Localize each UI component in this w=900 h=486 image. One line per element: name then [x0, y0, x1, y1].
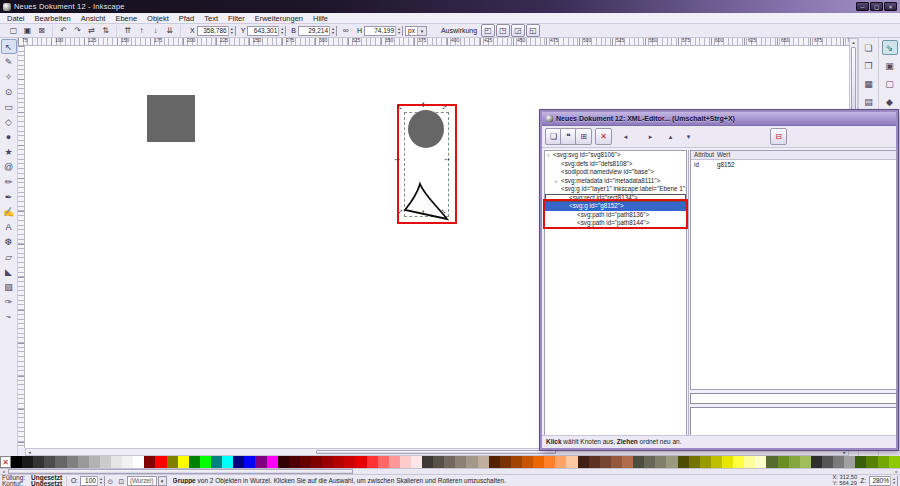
- raise-to-top-button[interactable]: ⇈: [121, 25, 134, 37]
- color-swatch[interactable]: [744, 456, 755, 468]
- attribute-table[interactable]: Attribut Wert idg8152: [690, 150, 897, 390]
- width-field[interactable]: 29,214▴▾: [298, 26, 337, 36]
- color-swatch[interactable]: [322, 456, 333, 468]
- color-swatch[interactable]: [133, 456, 144, 468]
- layer-lock-icon[interactable]: ⊡: [116, 476, 127, 486]
- color-swatch[interactable]: [689, 456, 700, 468]
- menu-hilfe[interactable]: Hilfe: [308, 14, 333, 23]
- select-all-button[interactable]: ▢: [7, 25, 20, 37]
- vertical-ruler[interactable]: [18, 46, 25, 448]
- spinner-down-icon[interactable]: ▾: [893, 481, 895, 485]
- gradient-tool-button[interactable]: ▨: [1, 279, 17, 294]
- color-swatch[interactable]: [855, 456, 866, 468]
- duplicate-node-button[interactable]: ⊞: [575, 128, 592, 145]
- width-spinner[interactable]: ▴▾: [329, 26, 336, 36]
- pencil-tool-button[interactable]: ✏: [1, 174, 17, 189]
- color-swatch[interactable]: [233, 456, 244, 468]
- color-swatch[interactable]: [866, 456, 877, 468]
- unit-select[interactable]: px▾: [405, 26, 427, 36]
- xml-node[interactable]: <svg:rect id="rect8134">: [545, 194, 686, 203]
- color-swatch[interactable]: [555, 456, 566, 468]
- indent-node-button[interactable]: ▸: [643, 130, 658, 143]
- attribute-name-input[interactable]: [690, 393, 897, 404]
- color-swatch[interactable]: [200, 456, 211, 468]
- layer-select[interactable]: (Wurzel): [127, 476, 157, 486]
- color-swatch[interactable]: [89, 456, 100, 468]
- menu-bearbeiten[interactable]: Bearbeiten: [30, 14, 76, 23]
- color-swatch[interactable]: [411, 456, 422, 468]
- opacity-spinner[interactable]: ▴▾: [97, 476, 104, 486]
- node-tool-button[interactable]: ✎: [1, 54, 17, 69]
- color-swatch[interactable]: [589, 456, 600, 468]
- lower-to-bottom-button[interactable]: ⇊: [163, 25, 176, 37]
- gray-square-object[interactable]: [147, 95, 195, 142]
- spinner-down-icon[interactable]: ▾: [332, 31, 334, 35]
- snap-bbox-button[interactable]: ▣: [882, 58, 898, 73]
- menu-ebene[interactable]: Ebene: [110, 14, 142, 23]
- move-node-up-button[interactable]: ▴: [663, 130, 678, 143]
- flip-vertical-button[interactable]: ⇅: [99, 25, 112, 37]
- scale-handle-left[interactable]: ↔: [393, 155, 401, 163]
- color-swatch[interactable]: [489, 456, 500, 468]
- lock-ratio-icon[interactable]: ∞: [339, 25, 352, 37]
- raise-button[interactable]: ↑: [135, 25, 148, 37]
- color-swatch[interactable]: [78, 456, 89, 468]
- color-swatch[interactable]: [255, 456, 266, 468]
- color-swatch[interactable]: [11, 456, 22, 468]
- rectangle-tool-button[interactable]: ▭: [1, 99, 17, 114]
- color-swatch[interactable]: [600, 456, 611, 468]
- color-swatch[interactable]: [766, 456, 777, 468]
- selector-tool-button[interactable]: ↖: [1, 39, 17, 54]
- color-swatch[interactable]: [389, 456, 400, 468]
- calligraphy-tool-button[interactable]: ✍: [1, 204, 17, 219]
- lower-button[interactable]: ↓: [149, 25, 162, 37]
- snap-toggle-button[interactable]: ⇘: [882, 40, 898, 55]
- horizontal-ruler[interactable]: 7510012515017520022525027530032535037540…: [18, 38, 850, 46]
- scale-handle-top[interactable]: ↕: [419, 101, 427, 109]
- color-swatch[interactable]: [478, 456, 489, 468]
- zoom-tool-button[interactable]: ⊙: [1, 84, 17, 99]
- xml-tree[interactable]: ▿<svg:svg id="svg8106"><svg:defs id="def…: [544, 150, 687, 439]
- snap-bbox-corners-button[interactable]: ◆: [882, 94, 898, 109]
- color-swatch[interactable]: [100, 456, 111, 468]
- color-swatch[interactable]: [644, 456, 655, 468]
- color-swatch[interactable]: [466, 456, 477, 468]
- color-swatch[interactable]: [655, 456, 666, 468]
- menu-filter[interactable]: Filter: [223, 14, 250, 23]
- xml-node[interactable]: <svg:path id="path8144">: [545, 219, 686, 228]
- color-swatch[interactable]: [300, 456, 311, 468]
- color-swatch[interactable]: [111, 456, 122, 468]
- delete-attribute-button[interactable]: ⊟: [770, 128, 787, 145]
- vertical-scroll-thumb[interactable]: [851, 47, 856, 117]
- color-swatch[interactable]: [755, 456, 766, 468]
- color-swatch[interactable]: [500, 456, 511, 468]
- color-swatch[interactable]: [511, 456, 522, 468]
- color-swatch[interactable]: [211, 456, 222, 468]
- affect-rotate-button[interactable]: ◲: [511, 24, 525, 37]
- deselect-button[interactable]: ⊠: [35, 25, 48, 37]
- color-swatch[interactable]: [678, 456, 689, 468]
- horizontal-scroll-thumb[interactable]: [316, 450, 556, 454]
- affect-scale-button[interactable]: ◳: [496, 24, 510, 37]
- attribute-row[interactable]: idg8152: [691, 160, 896, 169]
- save-document-button[interactable]: ▦: [861, 76, 877, 91]
- color-swatch[interactable]: [711, 456, 722, 468]
- zoom-spinner[interactable]: ▴▾: [890, 476, 897, 486]
- spinner-down-icon[interactable]: ▾: [100, 481, 102, 485]
- spinner-down-icon[interactable]: ▾: [398, 31, 400, 35]
- rotate-ccw-button[interactable]: ↶: [57, 25, 70, 37]
- color-swatch[interactable]: [422, 456, 433, 468]
- unit-dropdown-icon[interactable]: ▾: [417, 27, 426, 35]
- layer-visibility-icon[interactable]: ⊙: [105, 476, 116, 486]
- color-swatch[interactable]: [244, 456, 255, 468]
- open-document-button[interactable]: ❐: [861, 58, 877, 73]
- color-swatch[interactable]: [311, 456, 322, 468]
- xml-node[interactable]: <sodipodi:namedview id="base">: [545, 168, 686, 177]
- color-swatch[interactable]: [833, 456, 844, 468]
- scroll-right-icon[interactable]: ▸: [841, 449, 848, 456]
- x-field[interactable]: 358,786▴▾: [197, 26, 236, 36]
- color-swatch[interactable]: [533, 456, 544, 468]
- fill-stroke-indicator[interactable]: Füllung:Ungesetzt Kontur:Ungesetzt: [0, 475, 62, 486]
- color-swatch[interactable]: [522, 456, 533, 468]
- color-swatch[interactable]: [444, 456, 455, 468]
